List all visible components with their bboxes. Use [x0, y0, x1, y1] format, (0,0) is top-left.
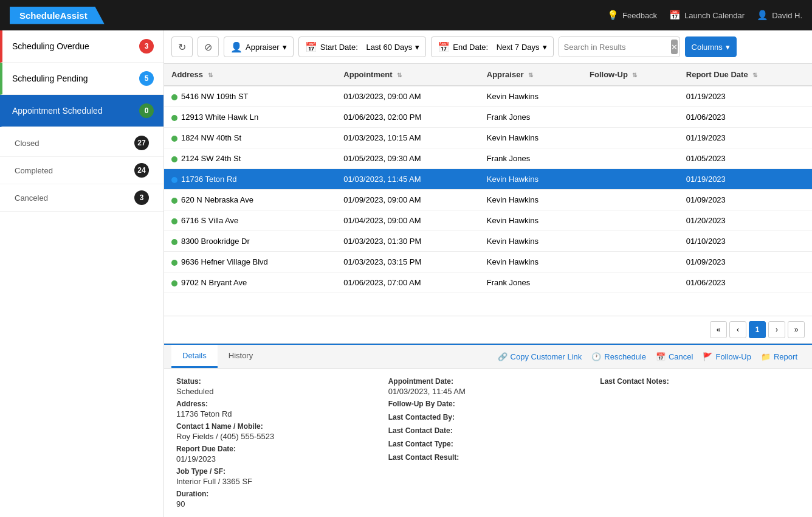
table-row[interactable]: 620 N Nebraska Ave 01/09/2023, 09:00 AM … — [164, 190, 812, 210]
user-nav-item[interactable]: 👤 David H. — [757, 10, 802, 21]
appraiser-label: Appraiser — [246, 43, 280, 52]
refresh-button[interactable]: ↻ — [171, 36, 193, 57]
row-address: 12913 White Hawk Ln — [164, 107, 336, 128]
sidebar-item-overdue[interactable]: Scheduling Overdue 3 — [0, 30, 163, 63]
appraiser-sort-icon: ⇅ — [528, 72, 533, 78]
last-contacted-by-row: Last Contacted By: — [388, 413, 588, 423]
sidebar-completed-badge: 24 — [134, 163, 149, 178]
calendar-nav-item[interactable]: 📅 Launch Calendar — [669, 10, 745, 21]
last-contact-notes-row: Last Contact Notes: — [600, 377, 800, 386]
copy-customer-link-button[interactable]: 🔗 Copy Customer Link — [498, 352, 582, 361]
start-date-value: Last 60 Days — [366, 43, 412, 52]
detail-tabs: Details History 🔗 Copy Customer Link 🕐 R… — [164, 345, 812, 369]
report-due-label: Report Due Date: — [176, 445, 376, 453]
table-row[interactable]: 5416 NW 109th ST 01/03/2023, 09:00 AM Ke… — [164, 86, 812, 107]
table-row[interactable]: 8300 Brookridge Dr 01/03/2023, 01:30 PM … — [164, 231, 812, 252]
col-appraiser[interactable]: Appraiser ⇅ — [480, 64, 582, 86]
col-address[interactable]: Address ⇅ — [164, 64, 336, 86]
table-row[interactable]: 12913 White Hawk Ln 01/06/2023, 02:00 PM… — [164, 107, 812, 128]
job-type-value: Interior Full / 3365 SF — [176, 477, 376, 486]
row-report-due: 01/19/2023 — [679, 169, 812, 190]
table-row[interactable]: 9636 Hefner Village Blvd 01/03/2023, 03:… — [164, 252, 812, 272]
table-row[interactable]: 9702 N Bryant Ave 01/06/2023, 07:00 AM F… — [164, 272, 812, 293]
prev-page-button[interactable]: ‹ — [729, 321, 746, 338]
duration-label: Duration: — [176, 490, 376, 498]
row-address: 9636 Hefner Village Blvd — [164, 252, 336, 272]
row-appraiser: Kevin Hawkins — [480, 169, 582, 190]
table-row[interactable]: 1824 NW 40th St 01/03/2023, 10:15 AM Kev… — [164, 128, 812, 148]
address-sort-icon: ⇅ — [208, 72, 213, 78]
columns-button[interactable]: Columns ▾ — [685, 36, 737, 57]
row-appointment: 01/06/2023, 07:00 AM — [336, 272, 479, 293]
first-page-button[interactable]: « — [710, 321, 727, 338]
status-value: Scheduled — [176, 387, 376, 396]
sidebar-overdue-badge: 3 — [139, 39, 154, 54]
copy-link-icon: 🔗 — [498, 352, 507, 361]
row-followup — [582, 190, 679, 210]
sidebar-item-pending[interactable]: Scheduling Pending 5 — [0, 63, 163, 95]
sidebar-item-scheduled[interactable]: Appointment Scheduled 0 — [0, 95, 163, 127]
address-row: Address: 11736 Teton Rd — [176, 400, 376, 418]
sidebar-item-canceled[interactable]: Canceled 3 — [0, 184, 163, 212]
row-appraiser: Kevin Hawkins — [480, 252, 582, 272]
row-address: 1824 NW 40th St — [164, 128, 336, 148]
row-appointment: 01/06/2023, 02:00 PM — [336, 107, 479, 128]
sidebar-canceled-label: Canceled — [15, 193, 134, 203]
address-label: Address: — [176, 400, 376, 408]
detail-content: Status: Scheduled Address: 11736 Teton R… — [164, 369, 812, 517]
col-followup[interactable]: Follow-Up ⇅ — [582, 64, 679, 86]
duration-row: Duration: 90 — [176, 490, 376, 508]
last-contacted-by-label: Last Contacted By: — [388, 413, 588, 422]
table-row[interactable]: 11736 Teton Rd 01/03/2023, 11:45 AM Kevi… — [164, 169, 812, 190]
start-date-chevron-icon: ▾ — [415, 43, 419, 52]
last-page-button[interactable]: » — [788, 321, 805, 338]
row-address: 6716 S Villa Ave — [164, 210, 336, 231]
feedback-nav-item[interactable]: 💡 Feedback — [607, 10, 657, 21]
detail-col-2: Appointment Date: 01/03/2023, 11:45 AM F… — [388, 377, 588, 508]
app-title: ScheduleAssist — [10, 7, 105, 24]
col-appointment[interactable]: Appointment ⇅ — [336, 64, 479, 86]
search-input[interactable] — [559, 37, 671, 57]
sidebar-scheduled-badge: 0 — [139, 103, 154, 118]
table-row[interactable]: 6716 S Villa Ave 01/04/2023, 09:00 AM Ke… — [164, 210, 812, 231]
row-followup — [582, 128, 679, 148]
sidebar-closed-label: Closed — [15, 139, 134, 148]
appraiser-button[interactable]: 👤 Appraiser ▾ — [224, 36, 294, 57]
row-followup — [582, 169, 679, 190]
copy-link-label: Copy Customer Link — [511, 352, 582, 361]
last-contact-type-label: Last Contact Type: — [388, 440, 588, 448]
col-report-due[interactable]: Report Due Date ⇅ — [679, 64, 812, 86]
detail-panel: Details History 🔗 Copy Customer Link 🕐 R… — [164, 344, 812, 517]
sidebar-item-closed[interactable]: Closed 27 — [0, 130, 163, 157]
status-dot — [171, 115, 177, 121]
followup-by-label: Follow-Up By Date: — [388, 400, 588, 408]
feedback-icon: 💡 — [607, 10, 619, 21]
tab-history[interactable]: History — [218, 345, 264, 368]
row-appointment: 01/09/2023, 09:00 AM — [336, 190, 479, 210]
table-row[interactable]: 2124 SW 24th St 01/05/2023, 09:30 AM Fra… — [164, 148, 812, 169]
followup-button[interactable]: 🚩 Follow-Up — [703, 352, 751, 361]
sidebar-pending-label: Scheduling Pending — [12, 74, 139, 83]
table-header-row: Address ⇅ Appointment ⇅ Appraiser ⇅ Foll… — [164, 64, 812, 86]
detail-actions: 🔗 Copy Customer Link 🕐 Reschedule 📅 Canc… — [490, 352, 805, 361]
filter-button[interactable]: ⊘ — [198, 36, 219, 57]
last-contact-notes-label: Last Contact Notes: — [600, 377, 800, 386]
search-clear-button[interactable]: ✕ — [671, 40, 678, 54]
followup-sort-icon: ⇅ — [632, 72, 637, 78]
cancel-button[interactable]: 📅 Cancel — [656, 352, 693, 361]
row-appointment: 01/03/2023, 01:30 PM — [336, 231, 479, 252]
last-contact-type-row: Last Contact Type: — [388, 440, 588, 449]
tab-details[interactable]: Details — [171, 345, 218, 368]
sidebar-item-completed[interactable]: Completed 24 — [0, 157, 163, 184]
row-appraiser: Kevin Hawkins — [480, 86, 582, 107]
row-address: 11736 Teton Rd — [164, 169, 336, 190]
end-date-button[interactable]: 📅 End Date: Next 7 Days ▾ — [431, 36, 553, 57]
next-page-button[interactable]: › — [768, 321, 785, 338]
current-page-button[interactable]: 1 — [749, 321, 766, 338]
row-appraiser: Frank Jones — [480, 148, 582, 169]
row-followup — [582, 86, 679, 107]
reschedule-button[interactable]: 🕐 Reschedule — [591, 352, 646, 361]
report-due-sort-icon: ⇅ — [752, 72, 757, 78]
start-date-button[interactable]: 📅 Start Date: Last 60 Days ▾ — [298, 36, 427, 57]
report-button[interactable]: 📁 Report — [761, 352, 797, 361]
